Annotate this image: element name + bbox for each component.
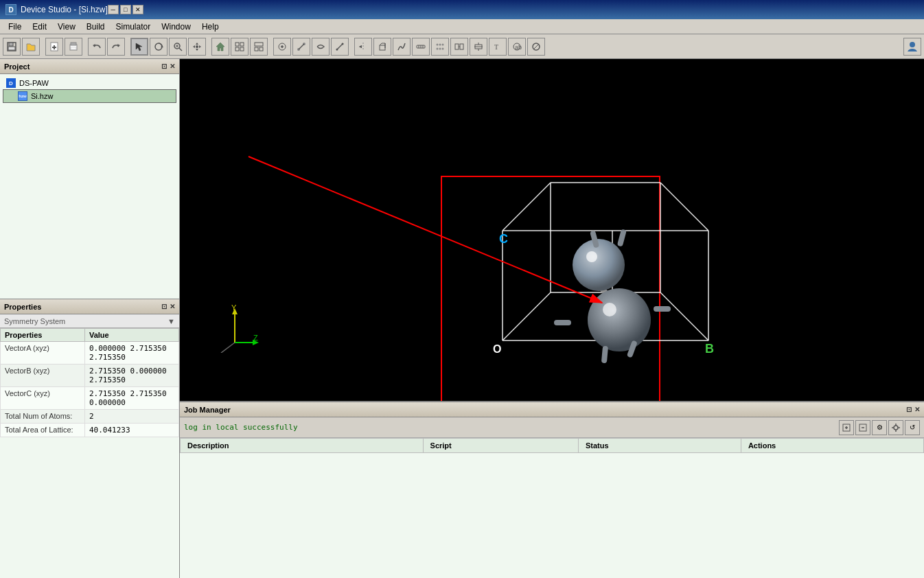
svg-line-80 <box>660 292 708 340</box>
toolbar-fragment[interactable] <box>312 38 330 56</box>
app-icon: D <box>5 4 16 15</box>
job-manager-title: Job Manager <box>184 406 231 414</box>
svg-text:C: C <box>499 232 508 246</box>
svg-rect-25 <box>240 47 244 51</box>
svg-point-49 <box>442 43 444 45</box>
toolbar-rotate[interactable] <box>150 38 168 56</box>
svg-rect-91 <box>654 306 671 312</box>
toolbar-redo[interactable] <box>107 38 125 56</box>
prop-name-cell: VectorB (xyz) <box>1 365 85 387</box>
menu-help[interactable]: Help <box>196 21 224 33</box>
toolbar-more2[interactable] <box>431 38 449 56</box>
menu-file[interactable]: File <box>3 21 27 33</box>
toolbar-undo[interactable] <box>88 38 106 56</box>
props-table-row: Total Num of Atoms:2 <box>1 410 179 424</box>
properties-panel-controls: ⊡ ✕ <box>161 303 175 310</box>
toolbar-symmetry[interactable] <box>354 38 372 56</box>
job-col-actions: Actions <box>741 439 923 453</box>
toolbar-add-atom[interactable] <box>273 38 291 56</box>
prop-name-cell: VectorC (xyz) <box>1 387 85 410</box>
menu-build[interactable]: Build <box>81 21 111 33</box>
toolbar-more4[interactable] <box>470 38 487 56</box>
svg-point-84 <box>588 288 651 351</box>
toolbar-save[interactable] <box>3 38 21 56</box>
toolbar-crystal[interactable] <box>373 38 391 56</box>
toolbar-band[interactable] <box>393 38 411 56</box>
job-table-container: Description Script Status Actions <box>180 438 924 578</box>
toolbar-more5[interactable]: T <box>489 38 507 56</box>
project-restore-btn[interactable]: ⊡ <box>161 62 167 70</box>
svg-point-82 <box>573 239 625 291</box>
jm-btn-add[interactable] <box>839 420 854 435</box>
toolbar-print[interactable] <box>65 38 82 56</box>
log-status: log in local successfully <box>184 423 298 432</box>
svg-marker-40 <box>359 45 362 48</box>
job-manager-restore-btn[interactable]: ⊡ <box>906 406 912 413</box>
symmetry-dropdown[interactable]: Symmetry System ▼ <box>0 314 179 328</box>
svg-rect-87 <box>617 229 627 246</box>
menu-bar: File Edit View Build Simulator Window He… <box>0 19 924 34</box>
svg-rect-27 <box>255 47 258 51</box>
toolbar-open[interactable] <box>22 38 40 56</box>
toolbar-home[interactable] <box>211 38 229 56</box>
jm-btn-config[interactable] <box>888 420 903 435</box>
svg-line-69 <box>660 183 708 231</box>
toolbar-tile[interactable] <box>231 38 249 56</box>
svg-point-83 <box>586 251 597 262</box>
viewer[interactable]: C B O Y Z <box>180 59 924 401</box>
toolbar-pan[interactable] <box>188 38 206 56</box>
svg-marker-11 <box>161 45 163 47</box>
props-table-row: VectorB (xyz)2.715350 0.000000 2.715350 <box>1 365 179 387</box>
left-panel: Project ⊡ ✕ D DS-PAW hzw Si.hzw <box>0 59 180 578</box>
svg-point-65 <box>910 42 915 47</box>
title-text: Device Studio - [Si.hzw] <box>21 5 108 14</box>
toolbar-measure[interactable] <box>331 38 349 56</box>
close-button[interactable]: ✕ <box>132 5 143 14</box>
svg-line-68 <box>503 183 551 231</box>
jm-btn-remove[interactable] <box>855 420 870 435</box>
svg-rect-23 <box>240 43 244 46</box>
job-manager-controls: ⊡ ✕ <box>906 406 920 413</box>
toolbar-more7[interactable] <box>527 38 545 56</box>
minimize-button[interactable]: ─ <box>108 5 119 14</box>
toolbar-more6[interactable]: ab <box>508 38 526 56</box>
toolbar-new[interactable] <box>45 38 63 56</box>
project-tree: D DS-PAW hzw Si.hzw <box>0 74 179 299</box>
properties-restore-btn[interactable]: ⊡ <box>161 303 167 310</box>
svg-marker-19 <box>199 45 201 48</box>
svg-text:T: T <box>494 43 498 51</box>
project-panel-controls: ⊡ ✕ <box>161 62 175 70</box>
tree-item-dspaw[interactable]: D DS-PAW <box>3 77 176 89</box>
tree-item-sihzw[interactable]: hzw Si.hzw <box>3 89 176 103</box>
svg-point-36 <box>336 48 338 50</box>
properties-close-btn[interactable]: ✕ <box>170 303 175 310</box>
prop-value-cell: 0.000000 2.715350 2.715350 <box>84 342 178 365</box>
job-manager-close-btn[interactable]: ✕ <box>914 406 920 413</box>
job-table: Description Script Status Actions <box>180 438 924 453</box>
menu-edit[interactable]: Edit <box>27 21 52 33</box>
window-controls: ─ □ ✕ <box>108 5 143 14</box>
toolbar-tile2[interactable] <box>250 38 268 56</box>
properties-content: Symmetry System ▼ Properties Value Vecto… <box>0 314 179 578</box>
title-bar: D Device Studio - [Si.hzw] ─ □ ✕ <box>0 0 924 19</box>
menu-view[interactable]: View <box>52 21 81 33</box>
molecule-scene: C B O <box>351 128 763 401</box>
props-col-value: Value <box>84 329 178 342</box>
project-close-btn[interactable]: ✕ <box>170 62 175 70</box>
prop-value-cell: 40.041233 <box>84 424 178 437</box>
maximize-button[interactable]: □ <box>120 5 131 14</box>
jm-btn-settings[interactable]: ⚙ <box>872 420 887 435</box>
toolbar-zoom[interactable] <box>169 38 187 56</box>
toolbar-add-bond[interactable] <box>292 38 310 56</box>
toolbar-more1[interactable] <box>412 38 430 56</box>
svg-point-109 <box>894 426 898 430</box>
menu-window[interactable]: Window <box>156 21 196 33</box>
svg-point-37 <box>342 43 344 45</box>
toolbar-more3[interactable] <box>450 38 468 56</box>
svg-text:O: O <box>493 343 501 355</box>
toolbar-user[interactable] <box>903 38 921 56</box>
toolbar-select[interactable] <box>130 38 148 56</box>
jm-btn-refresh[interactable]: ↺ <box>905 420 920 435</box>
svg-point-20 <box>196 45 198 48</box>
menu-simulator[interactable]: Simulator <box>111 21 157 33</box>
